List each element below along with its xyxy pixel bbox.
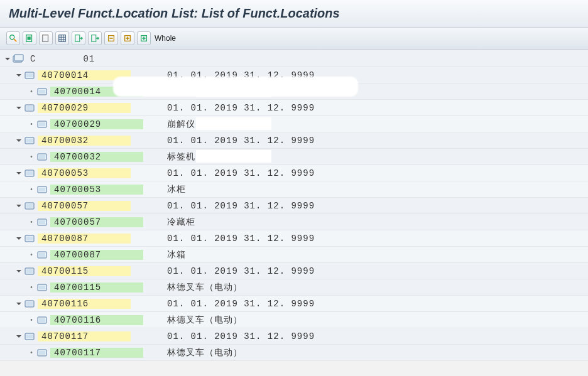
tree-row[interactable]: •40700057冷藏柜	[0, 214, 588, 230]
svg-rect-11	[92, 35, 96, 42]
tree-root-row[interactable]: C 01	[0, 51, 588, 67]
export2-icon[interactable]	[88, 31, 102, 45]
floc-icon	[24, 234, 35, 244]
svg-rect-4	[43, 35, 48, 42]
tree-row[interactable]: 4070005301. 01. 2019 31. 12. 9999	[0, 165, 588, 181]
tree-node-code: 40700032	[38, 136, 131, 146]
leaf-bullet-icon: •	[28, 186, 35, 193]
tree-node-code: 40700087	[50, 250, 143, 260]
tree-row[interactable]: •40700115林德叉车（电动）	[0, 279, 588, 296]
leaf-bullet-icon: •	[28, 153, 35, 161]
tree-row[interactable]: 4070008701. 01. 2019 31. 12. 9999	[0, 230, 588, 247]
deselect-icon[interactable]	[39, 31, 53, 45]
expand-level-icon[interactable]	[121, 31, 134, 45]
expander-icon[interactable]	[15, 169, 23, 177]
svg-rect-21	[14, 55, 23, 61]
floc-icon	[36, 185, 48, 195]
tree-node-code: 40700115	[38, 266, 131, 276]
tree-node-code: 40700053	[38, 168, 131, 178]
expander-icon[interactable]	[15, 333, 23, 340]
leaf-bullet-icon: •	[28, 349, 35, 357]
titlebar: Multi-Level Funct.Location List: List of…	[0, 0, 588, 28]
floc-icon	[24, 266, 35, 276]
tree-row[interactable]: 4070011501. 01. 2019 31. 12. 9999	[0, 263, 588, 279]
expander-icon[interactable]	[15, 72, 23, 79]
tree-row[interactable]: •40700032标签机	[0, 149, 588, 165]
floc-icon	[36, 315, 48, 325]
tree-node-desc: 01. 01. 2019 31. 12. 9999	[160, 299, 315, 309]
leaf-bullet-icon: •	[28, 284, 35, 291]
floc-icon	[36, 152, 48, 162]
svg-rect-10	[75, 35, 80, 42]
tree-node-desc: 冷藏柜	[160, 217, 195, 228]
columns-icon[interactable]	[55, 31, 69, 45]
tree-row[interactable]: •40700087冰箱	[0, 247, 588, 263]
tree-node-desc: 林德叉车（电动）	[160, 282, 242, 293]
export-icon[interactable]	[72, 31, 85, 45]
expander-icon[interactable]	[15, 267, 23, 275]
floc-icon	[36, 282, 48, 293]
svg-line-1	[14, 39, 16, 41]
redaction-overlay	[113, 77, 358, 97]
tree-node-desc: 01. 01. 2019 31. 12. 9999	[160, 103, 315, 113]
tree-node-code: 40700032	[50, 152, 143, 162]
tree-node-code: 40700116	[50, 315, 143, 325]
tree-node-code: C 01	[26, 54, 119, 64]
tree-node-code: 40700115	[50, 282, 143, 293]
expander-icon[interactable]	[4, 55, 11, 63]
tree-node-desc: 01. 01. 2019 31. 12. 9999	[160, 168, 315, 178]
expander-icon[interactable]	[15, 104, 23, 112]
tree-row[interactable]: 4070005701. 01. 2019 31. 12. 9999	[0, 198, 588, 214]
floc-icon	[24, 201, 35, 211]
tree-node-code: 40700117	[50, 348, 143, 358]
expander-icon[interactable]	[15, 235, 23, 242]
tree-node-code: 40700116	[38, 299, 131, 309]
tree-row[interactable]: •40700029崩解仪	[0, 116, 588, 132]
collapse-level-icon[interactable]	[104, 31, 118, 45]
floc-icon	[24, 70, 35, 80]
tree-row[interactable]: 4070011601. 01. 2019 31. 12. 9999	[0, 296, 588, 312]
floc-icon	[36, 87, 48, 97]
tree-node-desc: 标签机	[160, 151, 195, 163]
expand-all-icon[interactable]	[137, 31, 151, 45]
whole-label[interactable]: Whole	[155, 34, 176, 43]
tree-row[interactable]: •40700116林德叉车（电动）	[0, 312, 588, 328]
floc-icon	[36, 348, 48, 358]
floc-icon	[36, 217, 48, 227]
tree-node-desc: 林德叉车（电动）	[160, 347, 242, 358]
tree-node-desc: 01. 01. 2019 31. 12. 9999	[160, 331, 315, 341]
expander-icon[interactable]	[15, 202, 23, 210]
floc-icon	[24, 299, 35, 309]
tree-row[interactable]: 4070002901. 01. 2019 31. 12. 9999	[0, 100, 588, 116]
expander-icon[interactable]	[15, 300, 23, 308]
tree-node-desc: 崩解仪	[160, 119, 195, 130]
tree-node-desc: 01. 01. 2019 31. 12. 9999	[160, 234, 315, 244]
floc-icon	[24, 136, 35, 146]
tree-node-code: 40700053	[50, 185, 143, 195]
tree-node-code: 40700057	[38, 201, 131, 211]
tree-node-desc: 01. 01. 2019 31. 12. 9999	[160, 136, 315, 146]
leaf-bullet-icon: •	[28, 88, 35, 95]
details-icon[interactable]	[6, 31, 20, 45]
leaf-bullet-icon: •	[28, 218, 35, 226]
tree-node-desc: 01. 01. 2019 31. 12. 9999	[160, 266, 315, 276]
select-block-icon[interactable]	[23, 31, 36, 45]
tree-node-code: 40700117	[38, 331, 131, 341]
svg-rect-3	[28, 36, 31, 40]
tree-node-code: 40700029	[50, 119, 143, 129]
tree-row[interactable]: •40700117林德叉车（电动）	[0, 345, 588, 361]
floc-icon	[36, 250, 48, 260]
tree-node-desc: 冰箱	[160, 249, 186, 261]
tree-row[interactable]: •40700053冰柜	[0, 181, 588, 198]
page-title: Multi-Level Funct.Location List: List of…	[9, 6, 579, 21]
floc-icon	[24, 103, 35, 113]
floc-root-icon	[13, 54, 24, 64]
floc-icon	[24, 331, 35, 341]
tree-row[interactable]: 4070003201. 01. 2019 31. 12. 9999	[0, 132, 588, 149]
expander-icon[interactable]	[15, 137, 23, 144]
tree-node-code: 40700029	[38, 103, 131, 113]
tree-node-code: 40700087	[38, 234, 131, 244]
tree-row[interactable]: 4070011701. 01. 2019 31. 12. 9999	[0, 328, 588, 345]
floc-icon	[36, 119, 48, 129]
leaf-bullet-icon: •	[28, 121, 35, 128]
